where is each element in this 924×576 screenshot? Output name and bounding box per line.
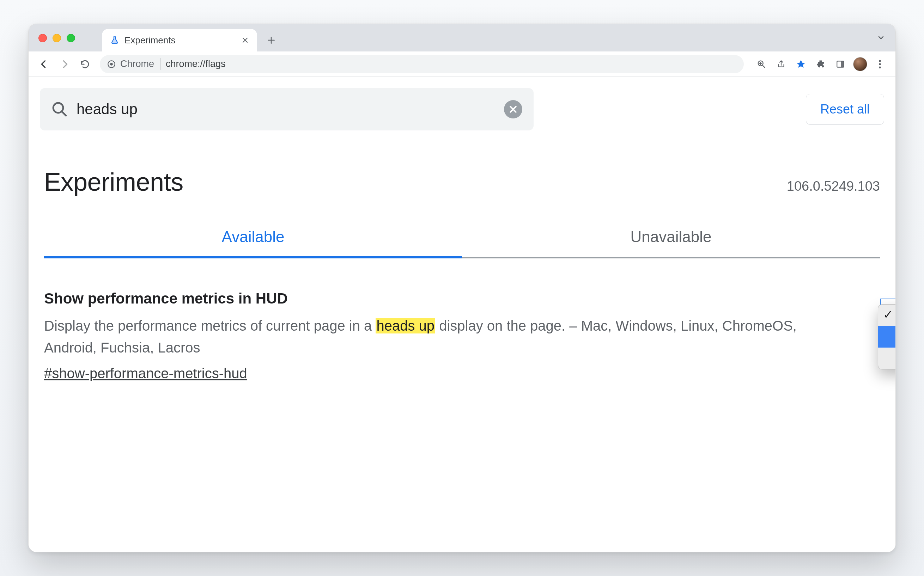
share-button[interactable]	[772, 55, 790, 73]
close-window-button[interactable]	[38, 34, 47, 42]
search-highlight: heads up	[376, 318, 435, 333]
flag-text-block: Show performance metrics in HUD Display …	[44, 290, 838, 381]
tab-search-button[interactable]	[875, 32, 887, 44]
close-tab-icon[interactable]	[240, 35, 250, 45]
svg-point-5	[879, 59, 881, 62]
svg-point-6	[879, 63, 881, 65]
zoom-button[interactable]	[752, 55, 770, 73]
side-panel-button[interactable]	[831, 55, 850, 73]
url-text: chrome://flags	[166, 59, 226, 69]
address-bar[interactable]: Chrome chrome://flags	[100, 55, 744, 73]
page-content: Reset all Experiments 106.0.5249.103 Ava…	[29, 77, 895, 552]
extensions-button[interactable]	[812, 55, 830, 73]
svg-rect-4	[841, 61, 844, 67]
search-row: Reset all	[29, 77, 895, 142]
window-controls	[38, 34, 75, 42]
browser-window: Experiments	[28, 24, 896, 552]
flag-title: Show performance metrics in HUD	[44, 290, 838, 307]
flag-desc-pre: Display the performance metrics of curre…	[44, 318, 376, 333]
svg-point-7	[879, 66, 881, 69]
flags-search-box	[40, 88, 533, 130]
profile-avatar[interactable]	[851, 55, 870, 73]
tab-strip: Experiments	[29, 24, 895, 51]
flag-state-dropdown: Default Enabled Disabled	[878, 304, 895, 370]
back-button[interactable]	[35, 55, 53, 73]
flags-search-input[interactable]	[77, 101, 495, 118]
tab-unavailable[interactable]: Unavailable	[462, 228, 880, 258]
new-tab-button[interactable]	[263, 32, 279, 48]
chrome-logo-icon	[107, 59, 116, 69]
flag-description: Display the performance metrics of curre…	[44, 315, 838, 358]
chrome-version: 106.0.5249.103	[787, 179, 880, 194]
active-tab[interactable]: Experiments	[102, 29, 257, 51]
toolbar-actions	[752, 55, 889, 73]
tab-title: Experiments	[125, 35, 235, 46]
flag-anchor-link[interactable]: #show-performance-metrics-hud	[44, 366, 247, 381]
forward-button[interactable]	[55, 55, 74, 73]
dropdown-option-enabled[interactable]: Enabled	[878, 326, 895, 347]
tab-available[interactable]: Available	[44, 228, 462, 258]
flags-tabs: Available Unavailable	[44, 228, 880, 258]
reset-all-button[interactable]: Reset all	[806, 94, 884, 125]
site-info-chip[interactable]: Chrome	[107, 58, 161, 70]
site-chip-label: Chrome	[120, 59, 154, 69]
menu-button[interactable]	[871, 55, 889, 73]
minimize-window-button[interactable]	[53, 34, 61, 42]
toolbar: Chrome chrome://flags	[29, 51, 895, 77]
svg-point-1	[110, 63, 113, 66]
search-icon	[51, 101, 68, 118]
dropdown-option-disabled[interactable]: Disabled	[878, 347, 895, 369]
avatar-image	[853, 57, 867, 71]
chevron-down-icon	[875, 32, 887, 44]
maximize-window-button[interactable]	[67, 34, 75, 42]
bookmark-button[interactable]	[792, 55, 810, 73]
dropdown-option-default[interactable]: Default	[878, 304, 895, 326]
page-title: Experiments	[44, 168, 183, 196]
page-header: Experiments 106.0.5249.103	[29, 142, 895, 203]
tabs-area: Experiments	[102, 24, 279, 51]
flag-item: Show performance metrics in HUD Display …	[29, 258, 895, 381]
flask-icon	[110, 35, 120, 45]
reload-button[interactable]	[76, 55, 94, 73]
clear-search-button[interactable]	[504, 100, 522, 118]
